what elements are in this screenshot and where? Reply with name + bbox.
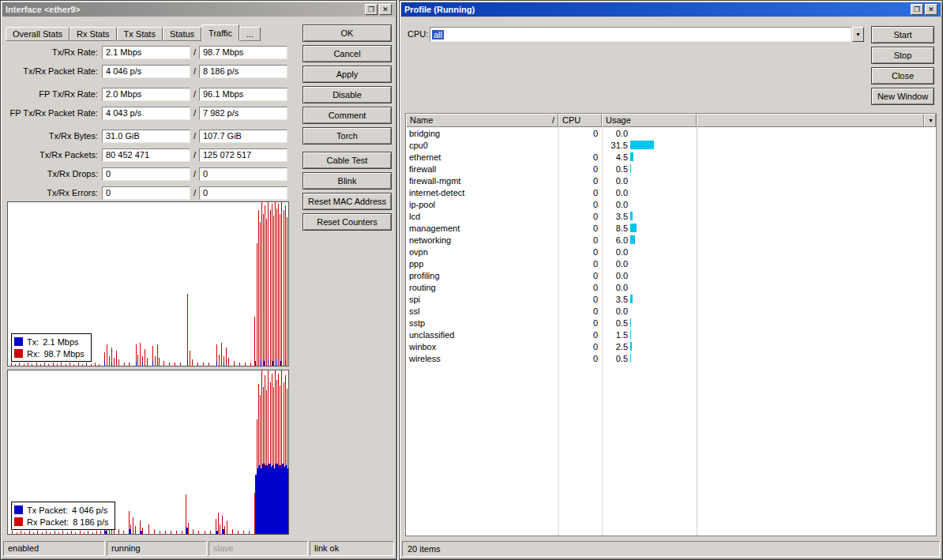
cpu-combobox-field[interactable]: all xyxy=(430,27,851,42)
table-row-sstp[interactable]: sstp00.5 xyxy=(406,317,936,329)
chevron-down-icon[interactable]: ▼ xyxy=(852,27,864,42)
task-usage: 0.5 xyxy=(598,163,628,175)
disable-button[interactable]: Disable xyxy=(302,86,392,103)
close-button[interactable]: Close xyxy=(871,67,934,85)
tab-rx-stats[interactable]: Rx Stats xyxy=(70,27,117,41)
table-row-unclassified[interactable]: unclassified01.5 xyxy=(406,329,936,340)
cancel-button[interactable]: Cancel xyxy=(302,45,392,62)
rx-value-field[interactable]: 98.7 Mbps xyxy=(199,46,287,59)
comment-button[interactable]: Comment xyxy=(302,107,392,124)
table-row-firewall[interactable]: firewall00.5 xyxy=(406,163,936,175)
close-icon[interactable]: ✕ xyxy=(925,4,937,15)
stop-button[interactable]: Stop xyxy=(871,47,934,64)
rx-spike xyxy=(137,355,138,366)
reset-counters-button[interactable]: Reset Counters xyxy=(302,213,392,231)
table-row-lcd[interactable]: lcd03.5 xyxy=(406,210,936,222)
rx-value-field[interactable]: 107.7 GiB xyxy=(199,130,287,143)
legend-swatch-icon xyxy=(14,506,23,514)
table-row-profiling[interactable]: profiling00.0 xyxy=(406,269,936,281)
restore-icon[interactable]: ❐ xyxy=(365,4,378,15)
profile-table-header: Name / CPU Usage ▼ xyxy=(406,114,936,127)
tab-more[interactable]: ... xyxy=(239,27,261,41)
tx-value-field[interactable]: 4 043 p/s xyxy=(102,107,190,120)
task-usage: 0.0 xyxy=(598,282,628,293)
tx-value-field[interactable]: 2.0 Mbps xyxy=(102,88,190,101)
task-name: routing xyxy=(406,282,558,293)
table-row-bridging[interactable]: bridging00.0 xyxy=(406,127,936,139)
interface-titlebar[interactable]: Interface <ether9> ❐ ✕ xyxy=(2,2,395,17)
field-row-tx-rx-packet-rate: Tx/Rx Packet Rate:4 046 p/s/8 186 p/s xyxy=(6,64,295,78)
rx-spike xyxy=(145,349,145,366)
table-row-management[interactable]: management08.5 xyxy=(406,222,936,234)
cable-test-button[interactable]: Cable Test xyxy=(302,152,392,169)
column-selector-dropdown-icon[interactable]: ▼ xyxy=(924,114,936,127)
task-name: ssl xyxy=(406,306,558,317)
table-row-networking[interactable]: networking06.0 xyxy=(406,234,936,246)
field-row-tx-rx-bytes: Tx/Rx Bytes:31.0 GiB/107.7 GiB xyxy=(6,129,295,143)
close-icon[interactable]: ✕ xyxy=(379,4,392,15)
tab-status[interactable]: Status xyxy=(163,27,201,41)
table-row-ppp[interactable]: ppp00.0 xyxy=(406,257,936,269)
task-cpu: 0 xyxy=(558,270,598,281)
table-row-ovpn[interactable]: ovpn00.0 xyxy=(406,246,936,257)
table-row-winbox[interactable]: winbox02.5 xyxy=(406,340,936,352)
rx-value-field[interactable]: 125 072 517 xyxy=(199,148,287,162)
table-row-routing[interactable]: routing00.0 xyxy=(406,281,936,293)
blink-button[interactable]: Blink xyxy=(302,172,392,190)
tx-spike xyxy=(186,528,188,534)
column-header-usage[interactable]: Usage xyxy=(602,114,697,127)
tx-value-field[interactable]: 31.0 GiB xyxy=(102,130,190,143)
table-row-firewall-mgmt[interactable]: firewall-mgmt00.0 xyxy=(406,175,936,186)
tx-value-field[interactable]: 4 046 p/s xyxy=(102,65,190,78)
restore-icon[interactable]: ❐ xyxy=(911,4,923,15)
table-row-internet-detect[interactable]: internet-detect00.0 xyxy=(406,186,936,198)
table-row-wireless[interactable]: wireless00.5 xyxy=(406,352,936,364)
rx-spike xyxy=(11,363,12,366)
tx-value-field[interactable]: 0 xyxy=(102,186,190,200)
apply-button[interactable]: Apply xyxy=(302,66,392,83)
tab-tx-stats[interactable]: Tx Stats xyxy=(117,27,163,41)
rx-value-field[interactable]: 96.1 Mbps xyxy=(199,88,287,101)
ok-button[interactable]: OK xyxy=(302,24,392,42)
table-row-ethernet[interactable]: ethernet04.5 xyxy=(406,151,936,163)
rx-spike xyxy=(182,531,182,534)
rx-spike xyxy=(163,361,164,366)
table-row-cpu0[interactable]: cpu031.5 xyxy=(406,139,936,151)
reset-mac-address-button[interactable]: Reset MAC Address xyxy=(302,193,392,210)
task-cpu: 0 xyxy=(558,341,598,352)
cpu-combobox[interactable]: all ▼ xyxy=(430,27,864,42)
task-usage: 2.5 xyxy=(598,341,628,352)
rx-spike xyxy=(75,532,76,534)
rx-value-field[interactable]: 0 xyxy=(199,186,287,200)
torch-button[interactable]: Torch xyxy=(302,127,392,145)
slash-separator: / xyxy=(190,169,199,179)
tab-overall-stats[interactable]: Overall Stats xyxy=(6,27,70,41)
column-header-name[interactable]: Name / xyxy=(406,114,558,127)
start-button[interactable]: Start xyxy=(871,26,934,43)
task-cpu: 0 xyxy=(558,175,598,186)
tx-value-field[interactable]: 0 xyxy=(102,167,190,181)
rx-spike xyxy=(54,531,55,534)
tx-spike xyxy=(104,531,107,534)
legend-label: Tx Packet: xyxy=(27,506,68,515)
task-name: management xyxy=(406,223,558,234)
table-row-spi[interactable]: spi03.5 xyxy=(406,293,936,305)
column-header-filler xyxy=(697,114,924,127)
new-window-button[interactable]: New Window xyxy=(871,88,934,105)
task-cpu: 0 xyxy=(558,235,598,246)
profile-titlebar[interactable]: Profile (Running) ❐ ✕ xyxy=(401,2,941,17)
rx-spike xyxy=(263,214,264,366)
tab-traffic[interactable]: Traffic xyxy=(201,24,239,41)
rx-value-field[interactable]: 8 186 p/s xyxy=(199,65,287,78)
table-row-ip-pool[interactable]: ip-pool00.0 xyxy=(406,198,936,210)
column-header-cpu[interactable]: CPU xyxy=(558,114,602,127)
rx-spike xyxy=(228,358,229,366)
tx-value-field[interactable]: 80 452 471 xyxy=(102,148,190,162)
task-name: profiling xyxy=(406,270,558,281)
table-row-ssl[interactable]: ssl00.0 xyxy=(406,305,936,317)
tx-value-field[interactable]: 2.1 Mbps xyxy=(102,46,190,59)
rx-spike xyxy=(71,531,72,534)
rx-value-field[interactable]: 7 982 p/s xyxy=(199,107,287,120)
rx-value-field[interactable]: 0 xyxy=(199,167,287,181)
legend-label: Tx: xyxy=(27,337,39,347)
